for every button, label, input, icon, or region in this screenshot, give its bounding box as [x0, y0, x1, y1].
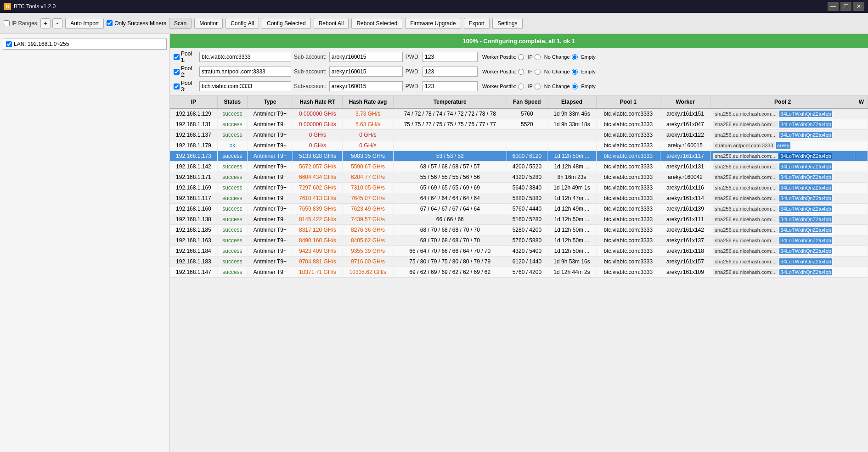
pool-1-checkbox[interactable]	[174, 54, 180, 60]
cell-hash-rt: 7297.602 GH/s	[293, 183, 342, 193]
miners-table-container[interactable]: IP Status Type Hash Rate RT Hash Rate av…	[170, 96, 868, 452]
table-row[interactable]: 192.168.1.129 success Antminer T9+ 0.000…	[170, 108, 868, 119]
col-fan-speed[interactable]: Fan Speed	[507, 96, 547, 108]
col-hash-avg[interactable]: Hash Rate avg	[343, 96, 394, 108]
pool-3-radio-ip[interactable]	[518, 84, 524, 89]
table-row[interactable]: 192.168.1.184 success Antminer T9+ 9423.…	[170, 246, 868, 257]
table-row[interactable]: 192.168.1.163 success Antminer T9+ 8490.…	[170, 235, 868, 246]
cell-fan-speed: 5880 / 5880	[507, 193, 547, 204]
lan-checkbox[interactable]	[6, 41, 12, 47]
cell-pool2: sha256.eu.nicehash.com:... 34LoTWxihQnZ2…	[710, 204, 855, 214]
reboot-all-button[interactable]: Reboot All	[314, 18, 349, 29]
pool-2-radio-empty[interactable]	[572, 69, 578, 75]
table-row[interactable]: 192.168.1.137 success Antminer T9+ 0 GH/…	[170, 130, 868, 140]
pool-3-radio-empty[interactable]	[572, 84, 578, 89]
pool-3-pwd-input[interactable]	[423, 81, 478, 91]
table-row[interactable]: 192.168.1.183 success Antminer T9+ 9704.…	[170, 257, 868, 267]
col-w[interactable]: W	[855, 96, 868, 108]
remove-ip-button[interactable]: -	[52, 18, 62, 28]
table-row[interactable]: 192.168.1.142 success Antminer T9+ 5672.…	[170, 162, 868, 172]
cell-fan-speed: 5160 / 5280	[507, 214, 547, 225]
table-row[interactable]: 192.168.1.185 success Antminer T9+ 8317.…	[170, 225, 868, 235]
cell-status: success	[217, 172, 247, 183]
cell-hash-avg: 0 GH/s	[343, 130, 394, 140]
cell-hash-rt: 0 GH/s	[293, 130, 342, 140]
auto-import-button[interactable]: Auto Import	[65, 18, 104, 29]
scan-button[interactable]: Scan	[169, 18, 192, 29]
cell-ip: 192.168.1.185	[170, 225, 217, 235]
pool-2-pwd-input[interactable]	[423, 67, 478, 77]
close-button[interactable]: ✕	[853, 2, 864, 11]
cell-ip: 192.168.1.137	[170, 130, 217, 140]
restore-button[interactable]: ❐	[840, 2, 851, 11]
col-temperature[interactable]: Temperature	[393, 96, 507, 108]
pool-1-radio-ip[interactable]	[518, 54, 524, 60]
table-row[interactable]: 192.168.1.117 success Antminer T9+ 7610.…	[170, 193, 868, 204]
firmware-upgrade-button[interactable]: Firmware Upgrade	[405, 18, 461, 29]
pool-2-pwd-label: PWD:	[406, 68, 420, 75]
export-button[interactable]: Export	[464, 18, 490, 29]
pool-2-url-input[interactable]	[199, 67, 291, 77]
cell-elapsed: 1d 9h 33m 18s	[547, 119, 597, 130]
title-bar: B BTC Tools v1.2.0 — ❐ ✕	[0, 0, 868, 13]
col-hash-rt[interactable]: Hash Rate RT	[293, 96, 342, 108]
cell-hash-avg: 5.63 GH/s	[343, 119, 394, 130]
pool-2-checkbox[interactable]	[174, 69, 180, 75]
col-pool1[interactable]: Pool 1	[597, 96, 660, 108]
pool-3-radio-nochange[interactable]	[535, 84, 541, 89]
cell-pool1: btc.viabtc.com:3333	[597, 140, 660, 151]
table-row[interactable]: 192.168.1.138 success Antminer T9+ 8145.…	[170, 214, 868, 225]
cell-hash-rt: 5672.057 GH/s	[293, 162, 342, 172]
monitor-button[interactable]: Monitor	[194, 18, 223, 29]
cell-ip: 192.168.1.131	[170, 119, 217, 130]
cell-status: success	[217, 257, 247, 267]
pool-2-radio-nochange[interactable]	[535, 69, 541, 75]
cell-pool1: btc.viabtc.com:3333	[597, 193, 660, 204]
only-success-checkbox[interactable]	[107, 20, 113, 26]
config-all-button[interactable]: Config All	[225, 18, 259, 29]
pool-1-radio-nochange[interactable]	[535, 54, 541, 60]
cell-temperature: 74 / 72 / 78 / 74 / 74 / 72 / 72 / 78 / …	[393, 108, 507, 119]
config-selected-button[interactable]: Config Selected	[262, 18, 311, 29]
pool-3-worker-postfix: Worker Postfix: IP No Change Empty	[482, 84, 596, 89]
table-row[interactable]: 192.168.1.147 success Antminer T9+ 10371…	[170, 267, 868, 278]
pool-2-sub-input[interactable]	[329, 67, 403, 77]
reboot-selected-button[interactable]: Reboot Selected	[351, 18, 402, 29]
lan-item[interactable]: LAN: 192.168.1.0~255	[3, 39, 167, 50]
table-row[interactable]: 192.168.1.171 success Antminer T9+ 6604.…	[170, 172, 868, 183]
pool-1-sub-input[interactable]	[329, 52, 403, 62]
cell-pool1: btc.viabtc.com:3333	[597, 108, 660, 119]
col-elapsed[interactable]: Elapsed	[547, 96, 597, 108]
col-status[interactable]: Status	[217, 96, 247, 108]
cell-type: Antminer T9+	[248, 151, 293, 162]
content-area: 100% - Configuring complete, all 1, ok 1…	[170, 34, 868, 452]
pool-1-url-input[interactable]	[199, 52, 291, 62]
pool-1-pwd-label: PWD:	[406, 54, 420, 60]
cell-hash-avg: 7310.05 GH/s	[343, 183, 394, 193]
cell-fan-speed: 5640 / 3840	[507, 183, 547, 193]
cell-type: Antminer T9+	[248, 119, 293, 130]
table-row[interactable]: 192.168.1.160 success Antminer T9+ 7659.…	[170, 204, 868, 214]
pool-2-radio-ip[interactable]	[518, 69, 524, 75]
cell-worker: areky.r161x047	[660, 119, 710, 130]
col-worker[interactable]: Worker	[660, 96, 710, 108]
table-row[interactable]: 192.168.1.131 success Antminer T9+ 0.000…	[170, 119, 868, 130]
cell-elapsed: 1d 12h 47m ...	[547, 193, 597, 204]
table-row[interactable]: 192.168.1.179 ok Antminer T9+ 0 GH/s 0 G…	[170, 140, 868, 151]
table-row[interactable]: 192.168.1.173 success Antminer T9+ 5133.…	[170, 151, 868, 162]
col-type[interactable]: Type	[248, 96, 293, 108]
pool-3-checkbox[interactable]	[174, 84, 180, 89]
col-ip[interactable]: IP	[170, 96, 217, 108]
pool-1-radio-empty[interactable]	[572, 54, 578, 60]
ip-ranges-checkbox[interactable]	[4, 20, 10, 26]
add-ip-button[interactable]: +	[40, 18, 51, 28]
cell-w	[855, 162, 868, 172]
pool-1-pwd-input[interactable]	[423, 52, 478, 62]
cell-w	[855, 204, 868, 214]
minimize-button[interactable]: —	[828, 2, 839, 11]
pool-3-url-input[interactable]	[199, 81, 291, 91]
table-row[interactable]: 192.168.1.169 success Antminer T9+ 7297.…	[170, 183, 868, 193]
col-pool2[interactable]: Pool 2	[710, 96, 855, 108]
settings-button[interactable]: Settings	[492, 18, 522, 29]
pool-3-sub-input[interactable]	[329, 81, 403, 91]
